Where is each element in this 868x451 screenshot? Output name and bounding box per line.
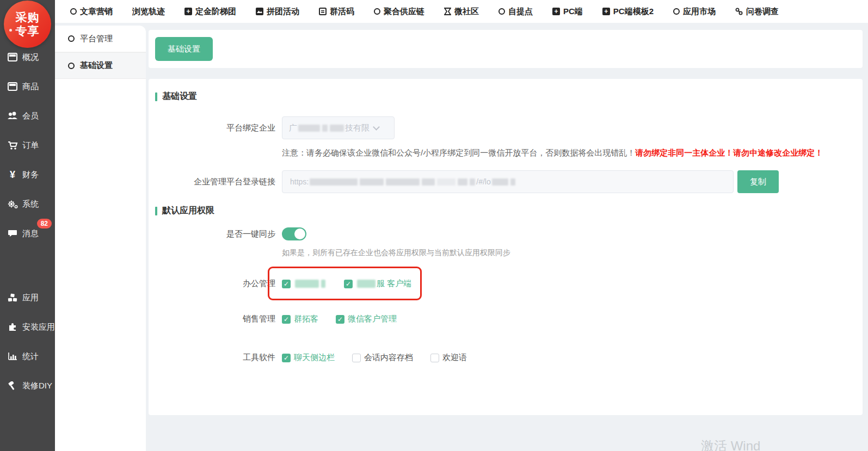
sidebar-item-statistics[interactable]: 统计 [0, 342, 55, 371]
checkbox-checked-icon: ✓ [282, 315, 291, 324]
nav-item-article-marketing[interactable]: 文章营销 [70, 7, 113, 17]
sidebar-item-apps[interactable]: 应用 [0, 283, 55, 312]
checkbox-welcome-message[interactable]: 欢迎语 [430, 353, 467, 363]
cart-icon [7, 140, 18, 151]
checkbox-label: 服 客户端 [377, 279, 411, 289]
redaction-blur [321, 280, 325, 288]
link-value-fragment: /#/lo [476, 177, 490, 186]
checkbox-session-archive[interactable]: 会话内容存档 [352, 353, 413, 363]
redaction-blur [510, 178, 515, 186]
nav-item-pickup-point[interactable]: 自提点 [498, 7, 533, 17]
subnav-item-basic-settings[interactable]: 基础设置 [55, 52, 146, 79]
nav-label: 浏览轨迹 [132, 7, 165, 17]
checkbox-office-app-1[interactable]: ✓ [282, 280, 327, 288]
circle-icon [498, 8, 505, 15]
plus-square-icon: + [184, 8, 192, 15]
sidebar-item-label: 统计 [22, 351, 39, 362]
sidebar-item-install-apps[interactable]: 安装应用 [0, 312, 55, 342]
bind-enterprise-label: 平台绑定企业 [155, 123, 282, 133]
plus-square-icon: + [552, 8, 560, 15]
office-management-row: 办公管理 ✓ ✓ 服 客户端 [155, 279, 852, 289]
sync-toggle-row: 是否一键同步 [155, 227, 852, 240]
sidebar-item-orders[interactable]: 订单 [0, 131, 55, 160]
nav-item-micro-community[interactable]: 微社区 [444, 7, 479, 17]
sync-toggle-switch[interactable] [282, 227, 306, 240]
subnav-item-platform-management[interactable]: 平台管理 [55, 26, 146, 52]
bind-enterprise-select[interactable]: 广 技有限 [282, 116, 395, 139]
checkbox-chat-sidebar[interactable]: ✓ 聊天侧边栏 [282, 353, 335, 363]
activate-windows-watermark: 激活 Wind [701, 437, 760, 451]
tab-bar-panel: 基础设置 [149, 30, 863, 68]
redaction-blur [386, 178, 420, 186]
checkbox-checked-icon: ✓ [282, 354, 291, 362]
sidebar-item-label: 会员 [22, 111, 39, 121]
nav-item-survey[interactable]: 问卷调查 [735, 7, 779, 17]
checkbox-office-app-2[interactable]: ✓ 服 客户端 [344, 279, 411, 289]
nav-item-supply-chain[interactable]: 聚合供应链 [374, 7, 424, 17]
nav-label: 微社区 [454, 7, 479, 17]
checkbox-checked-icon: ✓ [282, 280, 291, 288]
section-title-basic-settings: 基础设置 [155, 91, 852, 102]
link-icon [735, 8, 743, 15]
sidebar-group-gap [0, 248, 55, 283]
checkbox-qun-tuo-ke[interactable]: ✓ 群拓客 [282, 314, 318, 324]
checkbox-unchecked-icon [352, 354, 361, 362]
nav-item-app-market[interactable]: 应用市场 [673, 7, 716, 17]
checkbox-label: 会话内容存档 [364, 353, 413, 363]
toggle-knob [294, 228, 305, 239]
circle-icon [68, 35, 75, 42]
logo-text-line1: 采购 [16, 11, 40, 24]
nav-label: 聚合供应链 [384, 7, 424, 17]
redaction-blur [295, 280, 319, 288]
settings-form-panel: 基础设置 平台绑定企业 广 技有限 注意：请务必确保该企业微信和公众号/小程序绑… [149, 79, 863, 415]
bind-note-text: 注意：请务必确保该企业微信和公众号/小程序绑定到同一微信开放平台，否则数据将会出… [282, 148, 635, 158]
nav-item-browse-track[interactable]: 浏览轨迹 [132, 7, 165, 17]
hammer-icon [7, 380, 18, 391]
nav-label: 定金阶梯团 [195, 7, 236, 17]
sidebar-item-label: 系统 [22, 199, 39, 209]
nav-label: 群活码 [330, 7, 354, 17]
nav-item-group-buy[interactable]: 拼团活动 [256, 7, 299, 17]
select-value-fragment: 广 [289, 123, 297, 133]
nav-label: 文章营销 [80, 7, 113, 17]
login-link-input[interactable]: https: /#/lo [282, 170, 734, 193]
sidebar-item-label: 商品 [22, 82, 39, 92]
sidebar-item-finance[interactable]: ¥ 财务 [0, 160, 55, 189]
sidebar-item-label: 应用 [22, 293, 39, 303]
yen-icon: ¥ [7, 169, 18, 180]
checkbox-wechat-customer-management[interactable]: ✓ 微信客户管理 [336, 314, 397, 324]
checkbox-label: 微信客户管理 [348, 314, 397, 324]
redaction-blur [422, 178, 435, 186]
sidebar-item-label: 装修DIY [22, 381, 52, 391]
nav-item-group-qr[interactable]: 群活码 [319, 7, 354, 17]
sync-toggle-label: 是否一键同步 [155, 229, 282, 239]
section-accent-bar [155, 207, 157, 215]
redaction-blur [437, 178, 455, 186]
sidebar-item-label: 财务 [22, 170, 39, 180]
link-value-fragment: https: [290, 177, 309, 186]
logo-text-line2: 专享 [16, 24, 40, 38]
redaction-blur [360, 178, 384, 186]
subnav-label: 基础设置 [80, 60, 113, 71]
sidebar-item-products[interactable]: 商品 [0, 72, 55, 101]
checkbox-label: 聊天侧边栏 [294, 353, 335, 363]
nav-item-deposit-ladder-group[interactable]: + 定金阶梯团 [184, 7, 236, 17]
nav-label: PC端模板2 [613, 7, 654, 17]
sidebar-item-system[interactable]: 系统 [0, 189, 55, 219]
archive-box-icon [7, 81, 18, 92]
sidebar-item-members[interactable]: 会员 [0, 101, 55, 131]
qr-list-icon [319, 8, 327, 15]
main-sidebar: 概况 商品 会员 订单 ¥ 财务 [0, 0, 55, 451]
sidebar-item-decorate-diy[interactable]: 装修DIY [0, 371, 55, 400]
sidebar-item-messages[interactable]: 82 消息 [0, 219, 55, 248]
nav-item-pc-template2[interactable]: + PC端模板2 [602, 7, 654, 17]
redaction-blur [470, 178, 475, 186]
copy-button[interactable]: 复制 [737, 170, 779, 193]
plus-square-icon: + [602, 8, 610, 15]
section-accent-bar [155, 92, 157, 101]
logo-sparkle [16, 11, 17, 13]
redaction-blur [330, 125, 344, 132]
gears-icon [7, 199, 18, 209]
basic-settings-tab-button[interactable]: 基础设置 [155, 37, 213, 61]
nav-item-pc[interactable]: + PC端 [552, 7, 583, 17]
